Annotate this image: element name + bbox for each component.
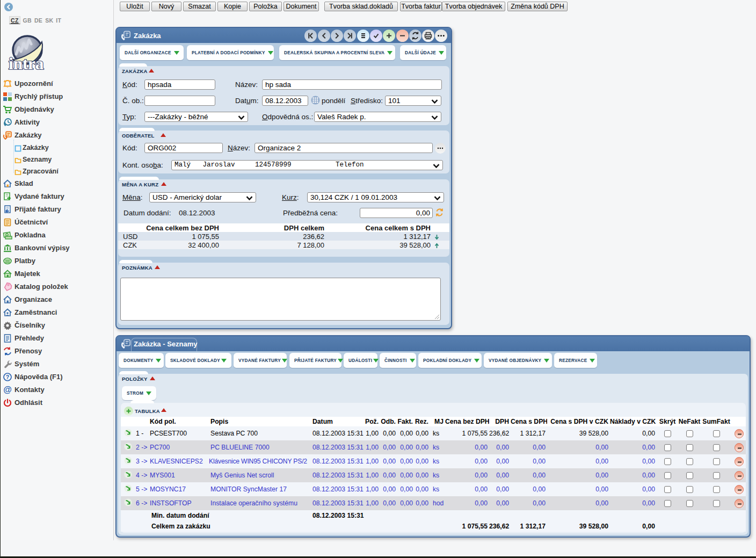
- svg-text:@: @: [3, 385, 12, 394]
- svg-text:?: ?: [6, 374, 9, 380]
- svg-text:intra: intra: [9, 54, 44, 71]
